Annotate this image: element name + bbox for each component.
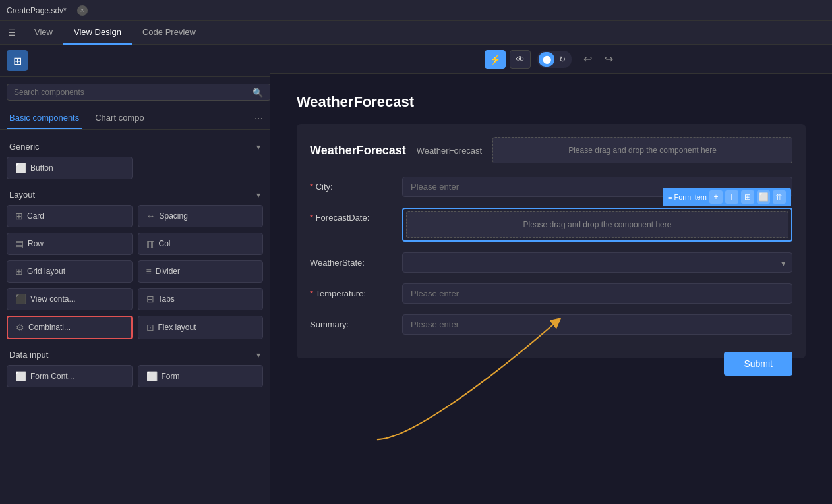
weather-state-select[interactable] (402, 252, 792, 273)
toggle-right-button[interactable]: ↻ (554, 52, 570, 67)
toolbar: ⚡ 👁 ⬤ ↻ ↩ ↪ (270, 45, 832, 74)
toolbar-grid-button[interactable]: ⊞ (741, 190, 754, 204)
form-container: WeatherForecast WeatherForecast Please d… (297, 124, 806, 358)
section-layout-chevron: ▾ (256, 190, 260, 200)
tab-basic-components[interactable]: Basic components (7, 107, 82, 129)
component-tabs-label: Tabs (158, 294, 175, 304)
more-tabs-button[interactable]: ··· (254, 113, 263, 125)
component-form-cont[interactable]: ⬜ Form Cont... (7, 365, 133, 387)
submit-button[interactable]: Submit (724, 352, 792, 376)
forecast-date-label-text: ForecastDate: (316, 213, 370, 223)
section-data-input[interactable]: Data input ▾ (7, 345, 263, 365)
component-col[interactable]: ▥ Col (138, 233, 264, 255)
title-bar-close-button[interactable]: × (77, 5, 88, 16)
component-divider[interactable]: ≡ Divider (138, 260, 264, 283)
search-area: 🔍 (0, 77, 270, 107)
view-container-icon: ⬛ (15, 294, 26, 304)
component-spacing-label: Spacing (160, 211, 188, 221)
tab-bar: ☰ View View Design Code Preview (0, 21, 832, 45)
sidebar-header: ⊞ (0, 45, 270, 77)
form-header-title: WeatherForecast (310, 144, 406, 157)
tab-chart-components[interactable]: Chart compo (92, 107, 146, 129)
tab-view[interactable]: View (24, 21, 63, 45)
search-input[interactable] (7, 84, 270, 101)
form-item-toolbar: ≡ Form item + T ⊞ ⬜ 🗑 (663, 188, 791, 206)
component-form[interactable]: ⬜ Form (138, 365, 264, 387)
component-view-container-label: View conta... (30, 294, 75, 304)
section-layout[interactable]: Layout ▾ (7, 184, 263, 205)
component-view-container[interactable]: ⬛ View conta... (7, 288, 133, 310)
form-header-subtitle: WeatherForecast (417, 146, 482, 155)
component-flex-layout-label: Flex layout (158, 323, 196, 332)
undo-redo-group: ↩ ↪ (578, 50, 618, 69)
component-form-cont-label: Form Cont... (30, 372, 74, 381)
component-button[interactable]: ⬜ Button (7, 157, 133, 179)
toolbar-icon-group: ⚡ 👁 (485, 50, 531, 69)
search-icon: 🔍 (253, 88, 263, 98)
toggle-left-button[interactable]: ⬤ (539, 52, 554, 67)
form-field-summary (402, 314, 792, 335)
toolbar-text-button[interactable]: T (725, 190, 738, 204)
col-icon: ▥ (146, 238, 155, 249)
sidebar: ⊞ 🔍 Basic components Chart compo ··· Gen… (0, 45, 270, 504)
divider-icon: ≡ (146, 266, 152, 277)
toggle-group: ⬤ ↻ (537, 51, 572, 68)
component-grid-layout[interactable]: ⊞ Grid layout (7, 260, 133, 283)
form-row-summary: Summary: (310, 314, 792, 335)
combination-icon: ⚙ (16, 322, 24, 333)
section-data-input-chevron: ▾ (256, 350, 260, 360)
required-star-forecast: * (310, 213, 316, 223)
form-label-temperature: * Temperature: (310, 283, 402, 298)
form-header-drag-zone[interactable]: Please drag and drop the component here (492, 137, 792, 163)
component-divider-label: Divider (156, 267, 180, 276)
weather-state-label-text: WeatherState: (310, 258, 365, 267)
city-label-text: City: (316, 182, 333, 192)
tab-view-design[interactable]: View Design (63, 21, 132, 45)
component-col-label: Col (159, 239, 171, 248)
form-row-temperature: * Temperature: (310, 283, 792, 304)
card-icon: ⊞ (15, 211, 23, 221)
toolbar-add-button[interactable]: + (709, 190, 723, 204)
component-combination[interactable]: ⚙ Combinati... (7, 316, 133, 339)
summary-input[interactable] (402, 314, 792, 335)
form-item-toolbar-label: ≡ Form item (668, 193, 707, 201)
data-input-grid: ⬜ Form Cont... ⬜ Form (7, 365, 263, 387)
tab-code-preview[interactable]: Code Preview (132, 21, 206, 45)
form-icon: ⬜ (146, 371, 158, 381)
redo-button[interactable]: ↪ (599, 50, 618, 69)
form-cont-icon: ⬜ (15, 371, 26, 381)
form-label-weather-state: WeatherState: (310, 252, 402, 267)
component-form-label: Form (162, 372, 180, 381)
summary-label-text: Summary: (310, 320, 349, 329)
section-layout-label: Layout (9, 190, 35, 200)
eye-button[interactable]: 👁 (510, 50, 531, 69)
temperature-label-text: Temperature: (315, 289, 366, 298)
hamburger-menu[interactable]: ☰ (0, 21, 24, 45)
component-spacing[interactable]: ↔ Spacing (138, 205, 264, 227)
temperature-input[interactable] (402, 283, 792, 304)
page-title: WeatherForecast (297, 94, 806, 111)
component-flex-layout[interactable]: ⊡ Flex layout (138, 316, 264, 339)
undo-button[interactable]: ↩ (578, 50, 597, 69)
toolbar-layout-button[interactable]: ⬜ (757, 190, 770, 204)
component-row-label: Row (28, 239, 44, 248)
layout-grid: ⊞ Card ↔ Spacing ▤ Row ▥ Col ⊞ Grid la (7, 205, 263, 339)
spacing-icon: ↔ (146, 211, 156, 221)
component-row[interactable]: ▤ Row (7, 233, 133, 255)
content-area: ⚡ 👁 ⬤ ↻ ↩ ↪ (270, 45, 832, 504)
section-generic[interactable]: Generic ▾ (7, 136, 263, 157)
component-card[interactable]: ⊞ Card (7, 205, 133, 227)
required-star-city: * (310, 182, 316, 192)
form-field-temperature (402, 283, 792, 304)
connect-button[interactable]: ⚡ (485, 50, 506, 69)
toolbar-delete-button[interactable]: 🗑 (773, 190, 786, 204)
generic-grid: ⬜ Button (7, 157, 263, 179)
form-label-forecast-date: * ForecastDate: (310, 208, 402, 223)
component-button-label: Button (30, 163, 53, 173)
component-tabs[interactable]: ⊟ Tabs (138, 288, 264, 310)
forecast-date-drag-zone[interactable]: Please drag and drop the component here (406, 211, 788, 238)
design-canvas: WeatherForecast WeatherForecast WeatherF… (270, 74, 832, 504)
form-row-weather-state: WeatherState: (310, 252, 792, 273)
main-layout: ⊞ 🔍 Basic components Chart compo ··· Gen… (0, 45, 832, 504)
component-tabs: Basic components Chart compo ··· (0, 107, 270, 130)
